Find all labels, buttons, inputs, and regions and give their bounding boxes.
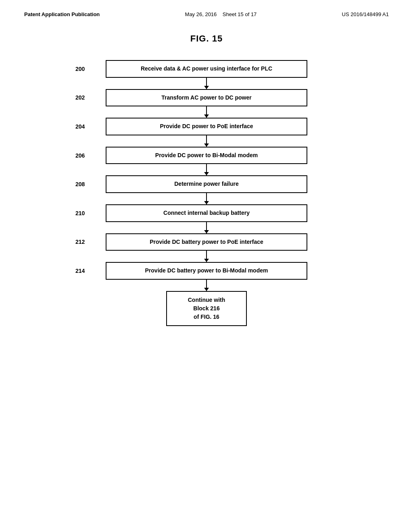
step-210-row: 210 Connect internal backup battery: [106, 204, 307, 222]
step-200-row: 200 Receive data & AC power using interf…: [106, 60, 307, 78]
box-end: Continue with Block 216 of FIG. 16: [166, 291, 247, 326]
label-204: 204: [75, 123, 85, 130]
page-header: Patent Application Publication May 26, 2…: [0, 0, 413, 17]
step-202-row: 202 Transform AC power to DC power: [106, 89, 307, 107]
box-200: Receive data & AC power using interface …: [106, 60, 307, 78]
step-212-row: 212 Provide DC battery power to PoE inte…: [106, 233, 307, 251]
arrow-3-4: [206, 164, 207, 175]
box-208: Determine power failure: [106, 175, 307, 193]
arrow-2-3: [206, 135, 207, 147]
box-206: Provide DC power to Bi-Modal modem: [106, 147, 307, 164]
header-sheet: Sheet 15 of 17: [223, 11, 257, 17]
header-date: May 26, 2016: [185, 11, 217, 17]
arrow-4-5: [206, 193, 207, 204]
step-206-row: 206 Provide DC power to Bi-Modal modem: [106, 147, 307, 164]
header-right: US 2016/148499 A1: [342, 11, 389, 17]
label-210: 210: [75, 210, 85, 216]
header-center: May 26, 2016 Sheet 15 of 17: [185, 11, 257, 17]
label-202: 202: [75, 94, 85, 101]
label-208: 208: [75, 181, 85, 187]
box-210: Connect internal backup battery: [106, 204, 307, 222]
box-204: Provide DC power to PoE interface: [106, 118, 307, 135]
label-200: 200: [75, 66, 85, 72]
step-204-row: 204 Provide DC power to PoE interface: [106, 118, 307, 135]
box-214: Provide DC battery power to Bi-Modal mod…: [106, 262, 307, 280]
step-214-row: 214 Provide DC battery power to Bi-Modal…: [106, 262, 307, 280]
step-end-row: Continue with Block 216 of FIG. 16: [106, 291, 307, 326]
label-206: 206: [75, 152, 85, 159]
arrow-5-6: [206, 222, 207, 233]
arrow-7-8: [206, 280, 207, 291]
label-212: 212: [75, 239, 85, 245]
arrow-6-7: [206, 251, 207, 262]
label-214: 214: [75, 268, 85, 274]
box-212: Provide DC battery power to PoE interfac…: [106, 233, 307, 251]
figure-title: FIG. 15: [0, 33, 413, 44]
arrow-0-1: [206, 78, 207, 89]
step-208-row: 208 Determine power failure: [106, 175, 307, 193]
header-left: Patent Application Publication: [24, 11, 100, 17]
arrow-1-2: [206, 106, 207, 118]
box-202: Transform AC power to DC power: [106, 89, 307, 107]
